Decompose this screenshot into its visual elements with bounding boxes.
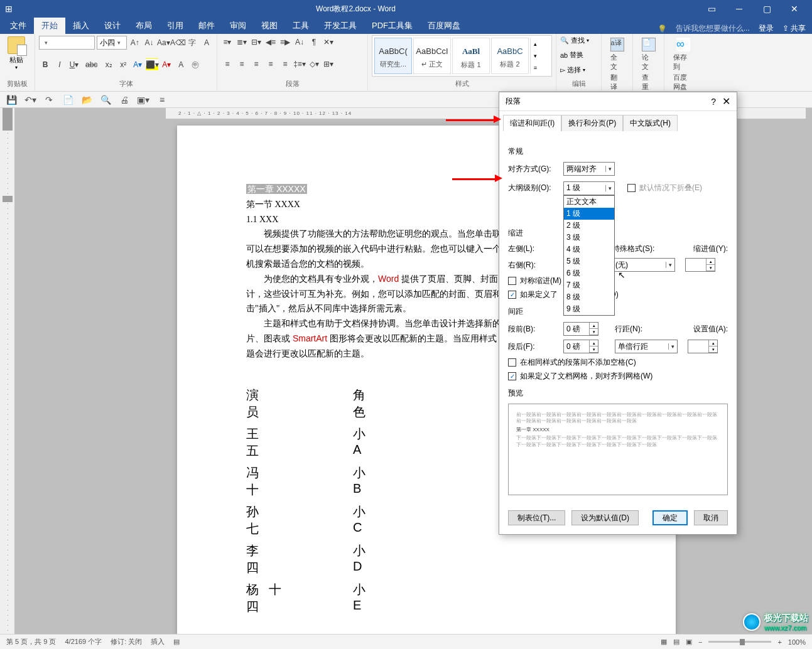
maximize-icon[interactable]: ▢ — [754, 3, 779, 15]
clear-format-icon[interactable]: A⌫ — [171, 36, 184, 49]
font-size-combo[interactable]: 小四▾ — [97, 36, 127, 50]
superscript-button[interactable]: x² — [117, 58, 129, 71]
font-color-icon[interactable]: A▾ — [160, 58, 173, 71]
align-center-icon[interactable]: ≡ — [235, 58, 248, 70]
style-scroll-down-icon[interactable]: ▾ — [531, 53, 540, 59]
at-spinner[interactable]: ▴▾ — [688, 340, 718, 353]
outline-opt-3[interactable]: 3 级 — [564, 232, 614, 244]
phonetic-icon[interactable]: 字 — [186, 36, 198, 49]
italic-button[interactable]: I — [53, 58, 66, 71]
ribbon-options-icon[interactable]: ▭ — [699, 3, 724, 15]
paste-button[interactable]: 粘贴 — [4, 55, 29, 65]
char-border-icon[interactable]: A — [200, 36, 213, 49]
snap-grid-checkbox[interactable]: ✓ — [508, 372, 516, 380]
linespace-select[interactable]: 单倍行距▾ — [615, 340, 678, 353]
page-status[interactable]: 第 5 页，共 9 页 — [6, 637, 56, 646]
multilevel-icon[interactable]: ⊟▾ — [250, 36, 263, 48]
cancel-button[interactable]: 取消 — [694, 510, 728, 525]
find-button[interactable]: 查找 — [571, 36, 585, 45]
dialog-help-icon[interactable]: ? — [711, 97, 716, 107]
align-distribute-icon[interactable]: ≡ — [279, 58, 291, 70]
by-spinner[interactable]: ▴▾ — [685, 258, 715, 272]
subscript-button[interactable]: x₂ — [102, 58, 115, 71]
tab-file[interactable]: 文件 — [3, 18, 34, 34]
style-gallery[interactable]: AaBbC(研究生... AaBbCcI↵ 正文 AaBl标题 1 AaBbC标… — [372, 35, 552, 77]
new-icon[interactable]: 📄 — [62, 95, 74, 105]
zoom-in-icon[interactable]: + — [777, 638, 781, 646]
font-name-combo[interactable]: ▾ — [39, 36, 95, 50]
dialog-tab-asian[interactable]: 中文版式(H) — [623, 115, 678, 131]
save-icon[interactable]: 💾 — [5, 95, 18, 105]
tab-developer[interactable]: 开发工具 — [317, 18, 364, 34]
tab-tools[interactable]: 工具 — [285, 18, 317, 34]
outline-opt-6[interactable]: 6 级 — [564, 267, 614, 279]
track-changes-status[interactable]: 修订: 关闭 — [111, 637, 142, 646]
vertical-ruler[interactable] — [0, 108, 15, 634]
increase-indent-icon[interactable]: ≡▶ — [279, 36, 291, 48]
share-button[interactable]: ⇪ 共享 — [782, 23, 806, 34]
numbering-icon[interactable]: ≣▾ — [235, 36, 248, 48]
sort-icon[interactable]: A↓ — [293, 36, 306, 48]
decrease-indent-icon[interactable]: ◀≡ — [264, 36, 277, 48]
ok-button[interactable]: 确定 — [652, 510, 688, 525]
special-select[interactable]: (无)▾ — [612, 258, 675, 272]
before-spinner[interactable]: 0 磅▴▾ — [563, 322, 598, 336]
section-icon[interactable]: ▤ — [173, 638, 180, 646]
qat-customize-icon[interactable]: ≡ — [156, 95, 168, 105]
undo-icon[interactable]: ↶▾ — [24, 95, 36, 105]
close-icon[interactable]: ✕ — [782, 3, 807, 15]
style-item-2[interactable]: AaBl标题 1 — [452, 38, 490, 74]
select-button[interactable]: 选择 — [567, 65, 581, 75]
grow-font-icon[interactable]: A↑ — [129, 36, 141, 49]
zoom-out-icon[interactable]: − — [698, 638, 702, 646]
outline-opt-9[interactable]: 9 级 — [564, 303, 614, 315]
borders-icon[interactable]: ⊞▾ — [322, 58, 335, 70]
outline-opt-7[interactable]: 7 级 — [564, 279, 614, 291]
outline-opt-4[interactable]: 4 级 — [564, 244, 614, 255]
minimize-icon[interactable]: ─ — [727, 3, 752, 15]
outline-dropdown[interactable]: 正文文本 1 级 2 级 3 级 4 级 5 级 6 级 7 级 8 级 9 级 — [563, 195, 615, 316]
select-icon[interactable]: ▻ — [560, 66, 565, 74]
paste-icon[interactable] — [8, 36, 25, 54]
outline-level-select[interactable]: 1 级▾ 正文文本 1 级 2 级 3 级 4 级 5 级 6 级 7 级 8 … — [563, 181, 615, 195]
shrink-font-icon[interactable]: A↓ — [143, 36, 156, 49]
view-print-icon[interactable]: ▦ — [661, 638, 667, 646]
tab-layout[interactable]: 布局 — [128, 18, 160, 34]
replace-button[interactable]: 替换 — [570, 50, 583, 60]
dialog-close-icon[interactable]: ✕ — [722, 96, 730, 107]
adjust-right-checkbox[interactable]: ✓ — [508, 291, 516, 299]
outline-opt-1[interactable]: 1 级 — [564, 208, 614, 220]
outline-opt-8[interactable]: 8 级 — [564, 291, 614, 303]
outline-opt-2[interactable]: 2 级 — [564, 220, 614, 232]
translate-button[interactable]: a译 全文翻译 — [605, 35, 629, 94]
outline-opt-bodytext[interactable]: 正文文本 — [564, 196, 614, 208]
object-icon[interactable]: ▣▾ — [137, 95, 149, 105]
line-spacing-icon[interactable]: ‡≡▾ — [293, 58, 306, 70]
enclose-char-icon[interactable]: ㊥ — [189, 58, 202, 71]
zoom-value[interactable]: 100% — [788, 638, 806, 646]
find-icon[interactable]: 🔍 — [560, 36, 569, 45]
style-item-3[interactable]: AaBbC标题 2 — [491, 38, 529, 74]
zoom-slider[interactable] — [708, 641, 771, 643]
tabs-button[interactable]: 制表位(T)... — [508, 510, 565, 525]
tab-design[interactable]: 设计 — [97, 18, 128, 34]
style-item-1[interactable]: AaBbCcI↵ 正文 — [413, 38, 451, 74]
tab-pdf-tools[interactable]: PDF工具集 — [364, 18, 420, 34]
align-right-icon[interactable]: ≡ — [250, 58, 263, 70]
save-cloud-button[interactable]: ∞ 保存到百度网盘 — [668, 35, 698, 94]
tab-baidu[interactable]: 百度网盘 — [420, 18, 468, 34]
bold-button[interactable]: B — [39, 58, 51, 71]
view-read-icon[interactable]: ▤ — [673, 638, 679, 646]
align-justify-icon[interactable]: ≡ — [264, 58, 277, 70]
insert-mode[interactable]: 插入 — [151, 637, 165, 646]
preview-icon[interactable]: 🔍 — [99, 95, 112, 105]
tab-view[interactable]: 视图 — [254, 18, 285, 34]
highlight-icon[interactable]: ⬛▾ — [146, 58, 158, 71]
tab-references[interactable]: 引用 — [160, 18, 191, 34]
tab-mailings[interactable]: 邮件 — [191, 18, 222, 34]
outline-opt-5[interactable]: 5 级 — [564, 255, 614, 267]
print-icon[interactable]: 🖨 — [118, 95, 131, 105]
word-count[interactable]: 4/2169 个字 — [65, 637, 102, 646]
shading-icon[interactable]: ◇▾ — [308, 58, 320, 70]
sym-indent-checkbox[interactable] — [508, 277, 516, 285]
